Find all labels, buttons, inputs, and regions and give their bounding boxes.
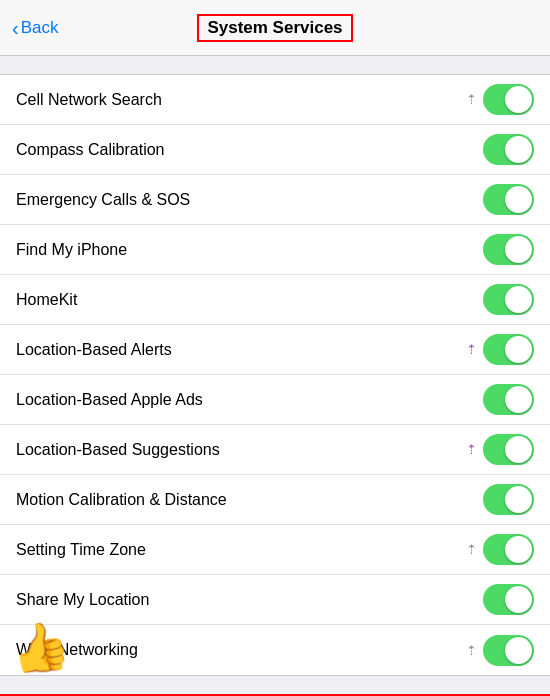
- settings-row[interactable]: Setting Time Zone⇡: [0, 525, 550, 575]
- toggle-switch[interactable]: [483, 234, 534, 265]
- row-right: [483, 384, 534, 415]
- location-icon: ⇡: [466, 542, 477, 557]
- row-right: ⇡: [466, 434, 534, 465]
- row-right: [483, 584, 534, 615]
- row-right: [483, 234, 534, 265]
- row-left: Location-Based Suggestions: [16, 441, 466, 459]
- row-label: Setting Time Zone: [16, 541, 146, 559]
- row-left: Cell Network Search: [16, 91, 466, 109]
- toggle-switch[interactable]: [483, 284, 534, 315]
- page-title: System Services: [197, 14, 352, 42]
- row-right: ⇡: [466, 635, 534, 666]
- row-label: Location-Based Alerts: [16, 341, 172, 359]
- settings-row[interactable]: Share My Location: [0, 575, 550, 625]
- row-right: ⇡: [466, 84, 534, 115]
- toggle-switch[interactable]: [483, 584, 534, 615]
- back-label: Back: [21, 18, 59, 38]
- settings-row[interactable]: Location-Based Apple Ads: [0, 375, 550, 425]
- settings-row[interactable]: Emergency Calls & SOS: [0, 175, 550, 225]
- row-right: [483, 284, 534, 315]
- settings-row[interactable]: Cell Network Search⇡: [0, 75, 550, 125]
- row-label: HomeKit: [16, 291, 77, 309]
- row-right: [483, 134, 534, 165]
- row-right: [483, 484, 534, 515]
- row-label: Motion Calibration & Distance: [16, 491, 227, 509]
- settings-list: Cell Network Search⇡Compass CalibrationE…: [0, 74, 550, 676]
- row-right: ⇡: [466, 534, 534, 565]
- row-left: HomeKit: [16, 291, 483, 309]
- row-left: Emergency Calls & SOS: [16, 191, 483, 209]
- row-right: ⇡: [466, 334, 534, 365]
- settings-row[interactable]: Find My iPhone: [0, 225, 550, 275]
- toggle-switch[interactable]: [483, 134, 534, 165]
- back-button[interactable]: ‹ Back: [12, 18, 58, 38]
- settings-row[interactable]: Location-Based Alerts⇡: [0, 325, 550, 375]
- location-icon: ⇡: [466, 643, 477, 658]
- toggle-switch[interactable]: [483, 334, 534, 365]
- row-label: Find My iPhone: [16, 241, 127, 259]
- row-label: Compass Calibration: [16, 141, 165, 159]
- row-left: Location-Based Apple Ads: [16, 391, 483, 409]
- toggle-switch[interactable]: [483, 384, 534, 415]
- settings-row[interactable]: Wi-Fi Networking⇡: [0, 625, 550, 675]
- thumbs-up-icon: 👍: [6, 615, 75, 681]
- row-left: Motion Calibration & Distance: [16, 491, 483, 509]
- settings-row[interactable]: Location-Based Suggestions⇡: [0, 425, 550, 475]
- row-label: Cell Network Search: [16, 91, 162, 109]
- row-left: Wi-Fi Networking: [16, 641, 466, 659]
- header: ‹ Back System Services: [0, 0, 550, 56]
- row-label: Location-Based Suggestions: [16, 441, 220, 459]
- settings-row[interactable]: Compass Calibration: [0, 125, 550, 175]
- row-label: Share My Location: [16, 591, 149, 609]
- location-icon: ⇡: [466, 342, 477, 357]
- row-left: Setting Time Zone: [16, 541, 466, 559]
- row-left: Compass Calibration: [16, 141, 483, 159]
- settings-row[interactable]: Motion Calibration & Distance: [0, 475, 550, 525]
- row-label: Emergency Calls & SOS: [16, 191, 190, 209]
- chevron-left-icon: ‹: [12, 18, 19, 38]
- settings-row[interactable]: HomeKit: [0, 275, 550, 325]
- row-left: Location-Based Alerts: [16, 341, 466, 359]
- location-icon: ⇡: [466, 92, 477, 107]
- toggle-switch[interactable]: [483, 534, 534, 565]
- toggle-switch[interactable]: [483, 184, 534, 215]
- row-right: [483, 184, 534, 215]
- location-icon: ⇡: [466, 442, 477, 457]
- toggle-switch[interactable]: [483, 434, 534, 465]
- toggle-switch[interactable]: [483, 635, 534, 666]
- row-left: Find My iPhone: [16, 241, 483, 259]
- row-left: Share My Location: [16, 591, 483, 609]
- toggle-switch[interactable]: [483, 84, 534, 115]
- toggle-switch[interactable]: [483, 484, 534, 515]
- row-label: Location-Based Apple Ads: [16, 391, 203, 409]
